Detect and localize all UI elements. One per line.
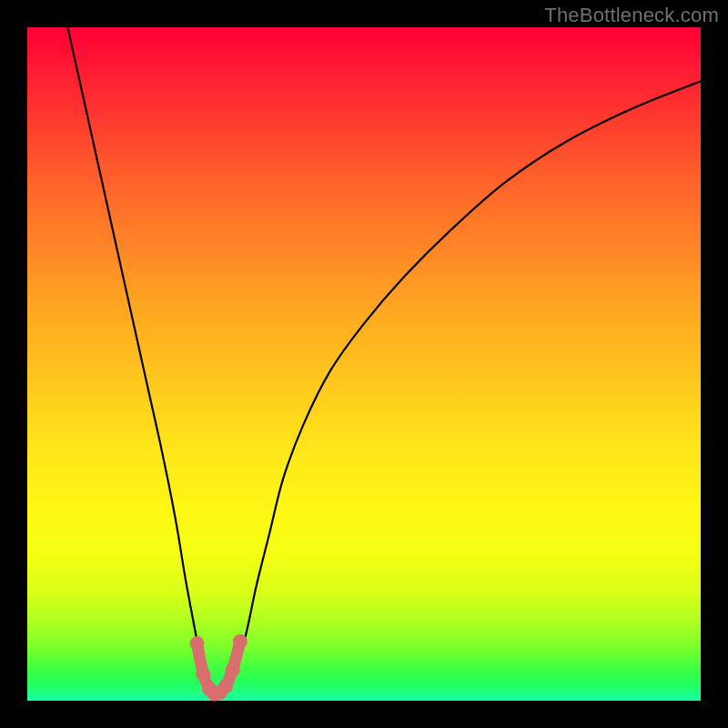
- trough-marker: [233, 634, 248, 649]
- bottleneck-curve: [67, 27, 701, 695]
- trough-marker: [189, 636, 204, 651]
- plot-area: [27, 27, 701, 701]
- chart-svg: [27, 27, 701, 701]
- chart-frame: TheBottleneck.com: [0, 0, 728, 728]
- trough-marker: [196, 666, 210, 681]
- trough-marker: [226, 662, 240, 677]
- trough-marker: [218, 679, 233, 693]
- watermark-text: TheBottleneck.com: [544, 4, 719, 27]
